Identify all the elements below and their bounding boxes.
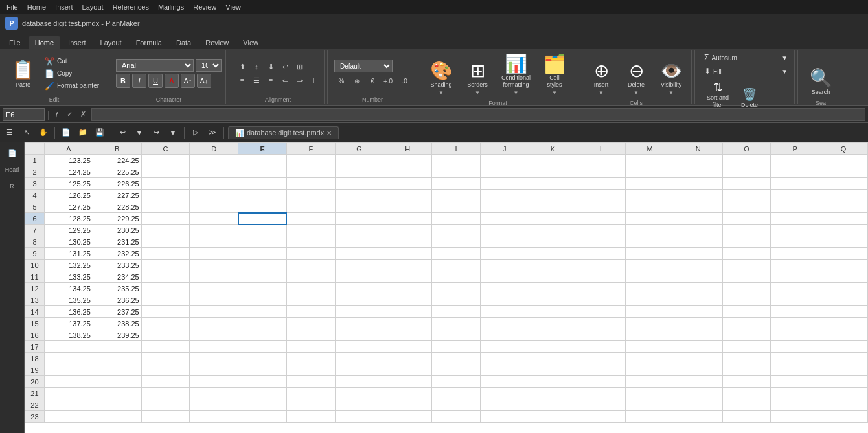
row-header-13[interactable]: 13 [25, 294, 45, 306]
cell-E15[interactable] [238, 318, 287, 329]
cell-L20[interactable] [577, 376, 626, 388]
cell-P2[interactable] [771, 166, 819, 178]
text-dir-button[interactable]: ⊤ [307, 74, 320, 86]
cell-Q17[interactable] [819, 341, 868, 353]
cell-E20[interactable] [238, 376, 287, 388]
cell-H2[interactable] [383, 166, 432, 178]
cell-M21[interactable] [626, 388, 674, 399]
cell-reference-input[interactable] [3, 108, 45, 121]
cell-Q9[interactable] [819, 248, 868, 260]
cell-H4[interactable] [383, 190, 432, 201]
cell-Q23[interactable] [819, 411, 868, 423]
cell-J10[interactable] [480, 260, 529, 271]
cell-K2[interactable] [529, 166, 577, 178]
paste-button[interactable]: 📋 Paste [6, 52, 40, 95]
cell-G4[interactable] [335, 190, 383, 201]
cell-P3[interactable] [771, 178, 819, 190]
row-header-11[interactable]: 11 [25, 271, 45, 283]
cell-M13[interactable] [626, 294, 674, 306]
cell-L15[interactable] [577, 318, 626, 329]
cell-K10[interactable] [529, 260, 577, 271]
cell-K13[interactable] [529, 294, 577, 306]
cell-C12[interactable] [141, 283, 190, 294]
align-middle-button[interactable]: ↕ [250, 61, 263, 72]
merge-button[interactable]: ⊞ [293, 61, 306, 72]
cell-J14[interactable] [480, 306, 529, 318]
cell-P18[interactable] [771, 353, 819, 364]
cell-Q12[interactable] [819, 283, 868, 294]
cell-E7[interactable] [238, 225, 287, 236]
cell-L21[interactable] [577, 388, 626, 399]
borders-button[interactable]: ⊞ Borders ▼ [461, 52, 494, 98]
cell-E19[interactable] [238, 364, 287, 376]
cell-I11[interactable] [432, 271, 481, 283]
cell-B6[interactable]: 229.25 [93, 213, 141, 225]
underline-button[interactable]: U [148, 74, 163, 88]
cell-I12[interactable] [432, 283, 481, 294]
cell-N1[interactable] [674, 155, 722, 166]
cell-N18[interactable] [674, 353, 722, 364]
cell-D3[interactable] [190, 178, 238, 190]
cell-D19[interactable] [190, 364, 238, 376]
cell-H22[interactable] [383, 399, 432, 411]
row-header-12[interactable]: 12 [25, 283, 45, 294]
number-format-select[interactable]: Default [334, 60, 393, 72]
cell-J13[interactable] [480, 294, 529, 306]
cell-L3[interactable] [577, 178, 626, 190]
cell-O2[interactable] [722, 166, 771, 178]
cell-N19[interactable] [674, 364, 722, 376]
cell-A6[interactable]: 128.25 [44, 213, 93, 225]
cell-O4[interactable] [722, 190, 771, 201]
cell-Q10[interactable] [819, 260, 868, 271]
cell-M22[interactable] [626, 399, 674, 411]
cell-I3[interactable] [432, 178, 481, 190]
search-button[interactable]: 🔍 Search [805, 52, 837, 98]
cell-E22[interactable] [238, 399, 287, 411]
cell-O1[interactable] [722, 155, 771, 166]
font-select[interactable]: Arial [116, 59, 194, 72]
col-header-P[interactable]: P [771, 143, 819, 155]
cell-K23[interactable] [529, 411, 577, 423]
cell-A14[interactable]: 136.25 [44, 306, 93, 318]
cell-H17[interactable] [383, 341, 432, 353]
cell-A10[interactable]: 132.25 [44, 260, 93, 271]
cell-D17[interactable] [190, 341, 238, 353]
cell-E12[interactable] [238, 283, 287, 294]
cell-L17[interactable] [577, 341, 626, 353]
cell-K22[interactable] [529, 399, 577, 411]
cell-J12[interactable] [480, 283, 529, 294]
cell-F12[interactable] [286, 283, 335, 294]
cell-A16[interactable]: 138.25 [44, 329, 93, 341]
cell-E6[interactable] [238, 213, 287, 225]
cell-L9[interactable] [577, 248, 626, 260]
cell-P8[interactable] [771, 236, 819, 248]
row-header-15[interactable]: 15 [25, 318, 45, 329]
cell-Q8[interactable] [819, 236, 868, 248]
new-button[interactable]: 📄 [59, 126, 73, 140]
cell-L11[interactable] [577, 271, 626, 283]
cell-L13[interactable] [577, 294, 626, 306]
cell-D21[interactable] [190, 388, 238, 399]
cell-P6[interactable] [771, 213, 819, 225]
cell-L7[interactable] [577, 225, 626, 236]
cell-L22[interactable] [577, 399, 626, 411]
cell-F2[interactable] [286, 166, 335, 178]
cell-N16[interactable] [674, 329, 722, 341]
cell-N17[interactable] [674, 341, 722, 353]
cell-Q11[interactable] [819, 271, 868, 283]
cell-M20[interactable] [626, 376, 674, 388]
cell-F15[interactable] [286, 318, 335, 329]
cell-O23[interactable] [722, 411, 771, 423]
cell-O5[interactable] [722, 201, 771, 213]
cell-I6[interactable] [432, 213, 481, 225]
cell-E1[interactable] [238, 155, 287, 166]
cell-Q22[interactable] [819, 399, 868, 411]
cell-C11[interactable] [141, 271, 190, 283]
cell-J16[interactable] [480, 329, 529, 341]
cell-D2[interactable] [190, 166, 238, 178]
cell-B14[interactable]: 237.25 [93, 306, 141, 318]
formula-input[interactable] [91, 108, 865, 121]
formula-cancel-button[interactable]: ✗ [78, 109, 89, 120]
cell-G6[interactable] [335, 213, 383, 225]
cell-O6[interactable] [722, 213, 771, 225]
